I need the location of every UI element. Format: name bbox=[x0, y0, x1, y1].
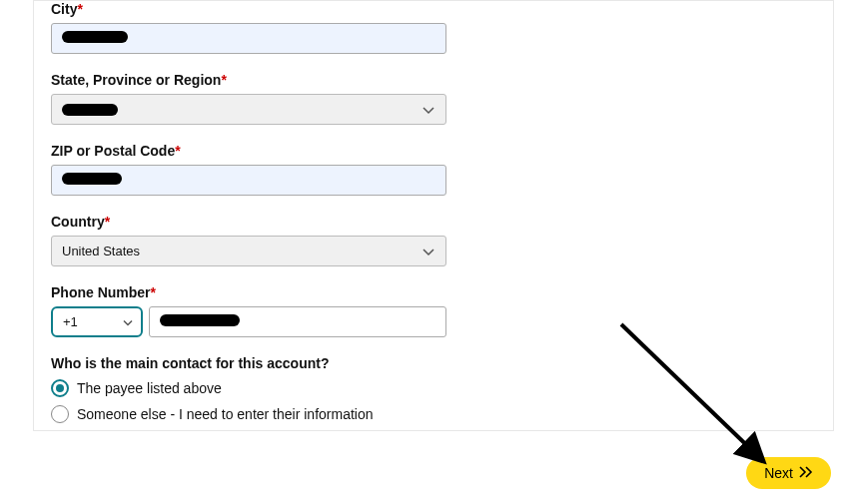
required-star: * bbox=[221, 72, 226, 88]
country-select[interactable]: United States bbox=[51, 236, 446, 266]
city-group: City* bbox=[51, 1, 833, 54]
chevron-down-icon bbox=[123, 314, 133, 329]
next-button-label: Next bbox=[764, 465, 793, 481]
zip-input[interactable] bbox=[51, 165, 446, 196]
state-label: State, Province or Region bbox=[51, 72, 221, 88]
redacted-value bbox=[62, 173, 122, 185]
radio-button bbox=[51, 405, 69, 423]
phone-group: Phone Number* +1 bbox=[51, 284, 833, 337]
required-star: * bbox=[77, 1, 82, 17]
radio-dot bbox=[56, 384, 64, 392]
redacted-value bbox=[62, 104, 118, 116]
phone-label: Phone Number bbox=[51, 284, 151, 300]
country-value: United States bbox=[62, 244, 140, 258]
double-chevron-right-icon bbox=[799, 465, 813, 481]
radio-label: The payee listed above bbox=[77, 380, 222, 396]
main-contact-group: Who is the main contact for this account… bbox=[51, 355, 833, 423]
next-button[interactable]: Next bbox=[746, 457, 831, 489]
radio-option-someone-else[interactable]: Someone else - I need to enter their inf… bbox=[51, 405, 833, 423]
payment-form-card: City* State, Province or Region* ZIP or … bbox=[33, 0, 834, 431]
phone-code-value: +1 bbox=[63, 314, 78, 329]
city-label: City bbox=[51, 1, 77, 17]
required-star: * bbox=[151, 284, 156, 300]
state-select[interactable] bbox=[51, 94, 446, 125]
main-contact-question: Who is the main contact for this account… bbox=[51, 355, 833, 371]
radio-option-payee[interactable]: The payee listed above bbox=[51, 379, 833, 397]
required-star: * bbox=[105, 214, 110, 230]
zip-group: ZIP or Postal Code* bbox=[51, 143, 833, 196]
redacted-value bbox=[160, 314, 240, 326]
required-star: * bbox=[175, 143, 180, 159]
phone-country-code-select[interactable]: +1 bbox=[51, 306, 143, 337]
redacted-value bbox=[62, 31, 128, 43]
radio-button bbox=[51, 379, 69, 397]
zip-label: ZIP or Postal Code bbox=[51, 143, 175, 159]
radio-label: Someone else - I need to enter their inf… bbox=[77, 406, 374, 422]
country-group: Country* United States bbox=[51, 214, 833, 266]
phone-number-input[interactable] bbox=[149, 306, 446, 337]
country-label: Country bbox=[51, 214, 105, 230]
city-input[interactable] bbox=[51, 23, 446, 54]
state-group: State, Province or Region* bbox=[51, 72, 833, 125]
